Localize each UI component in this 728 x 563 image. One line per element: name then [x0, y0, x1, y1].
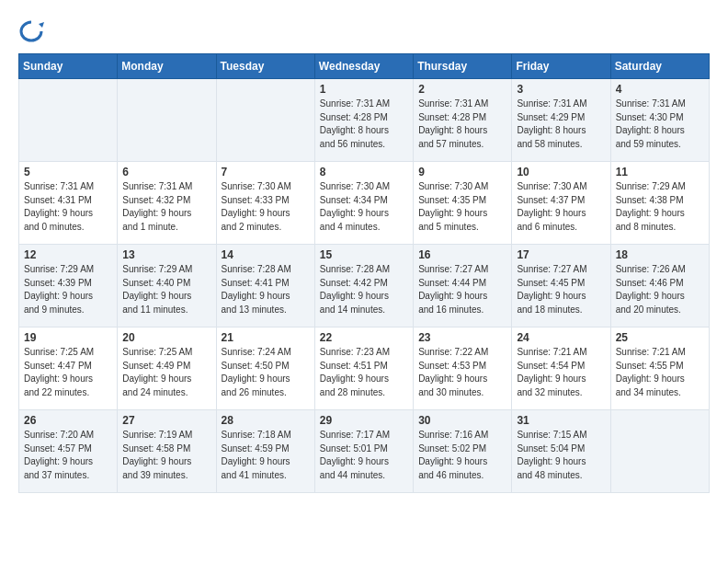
calendar-cell [19, 79, 118, 162]
day-number: 29 [320, 414, 408, 427]
day-info: Sunrise: 7:29 AM Sunset: 4:38 PM Dayligh… [616, 180, 704, 234]
day-info: Sunrise: 7:29 AM Sunset: 4:40 PM Dayligh… [122, 263, 210, 316]
day-info: Sunrise: 7:28 AM Sunset: 4:42 PM Dayligh… [320, 263, 408, 316]
calendar-week-row: 1Sunrise: 7:31 AM Sunset: 4:28 PM Daylig… [19, 79, 710, 162]
calendar-cell: 9Sunrise: 7:30 AM Sunset: 4:35 PM Daylig… [414, 162, 512, 245]
calendar-cell: 19Sunrise: 7:25 AM Sunset: 4:47 PM Dayli… [19, 327, 118, 410]
day-header-sunday: Sunday [19, 54, 118, 79]
day-number: 28 [222, 414, 310, 427]
day-number: 18 [616, 248, 704, 261]
day-info: Sunrise: 7:26 AM Sunset: 4:46 PM Dayligh… [616, 263, 704, 316]
calendar-week-row: 19Sunrise: 7:25 AM Sunset: 4:47 PM Dayli… [19, 327, 710, 410]
calendar-cell [610, 410, 709, 493]
day-info: Sunrise: 7:31 AM Sunset: 4:32 PM Dayligh… [122, 180, 210, 234]
day-number: 7 [222, 166, 310, 178]
day-number: 31 [517, 414, 605, 427]
day-number: 17 [517, 248, 605, 261]
calendar-cell: 16Sunrise: 7:27 AM Sunset: 4:44 PM Dayli… [414, 245, 512, 327]
calendar-cell: 28Sunrise: 7:18 AM Sunset: 4:59 PM Dayli… [216, 410, 314, 493]
day-number: 1 [320, 83, 408, 96]
calendar-cell: 18Sunrise: 7:26 AM Sunset: 4:46 PM Dayli… [610, 245, 709, 327]
calendar-cell: 6Sunrise: 7:31 AM Sunset: 4:32 PM Daylig… [118, 162, 216, 245]
day-number: 8 [320, 166, 408, 178]
day-number: 16 [418, 248, 506, 261]
calendar-cell: 21Sunrise: 7:24 AM Sunset: 4:50 PM Dayli… [216, 327, 314, 410]
day-info: Sunrise: 7:20 AM Sunset: 4:57 PM Dayligh… [24, 429, 112, 482]
day-info: Sunrise: 7:22 AM Sunset: 4:53 PM Dayligh… [418, 346, 506, 399]
calendar-week-row: 26Sunrise: 7:20 AM Sunset: 4:57 PM Dayli… [19, 410, 710, 493]
calendar-cell: 20Sunrise: 7:25 AM Sunset: 4:49 PM Dayli… [118, 327, 216, 410]
calendar-cell: 30Sunrise: 7:16 AM Sunset: 5:02 PM Dayli… [414, 410, 512, 493]
day-info: Sunrise: 7:31 AM Sunset: 4:31 PM Dayligh… [24, 180, 112, 234]
calendar-cell: 7Sunrise: 7:30 AM Sunset: 4:33 PM Daylig… [216, 162, 314, 245]
calendar-cell: 27Sunrise: 7:19 AM Sunset: 4:58 PM Dayli… [118, 410, 216, 493]
day-number: 6 [122, 166, 210, 178]
calendar-cell [216, 79, 314, 162]
day-number: 25 [616, 331, 704, 344]
calendar-cell: 26Sunrise: 7:20 AM Sunset: 4:57 PM Dayli… [19, 410, 118, 493]
day-number: 11 [616, 166, 704, 178]
calendar-cell: 29Sunrise: 7:17 AM Sunset: 5:01 PM Dayli… [314, 410, 413, 493]
day-info: Sunrise: 7:23 AM Sunset: 4:51 PM Dayligh… [320, 346, 408, 399]
day-info: Sunrise: 7:31 AM Sunset: 4:30 PM Dayligh… [616, 98, 704, 151]
day-number: 23 [418, 331, 506, 344]
day-info: Sunrise: 7:17 AM Sunset: 5:01 PM Dayligh… [320, 429, 408, 482]
day-info: Sunrise: 7:16 AM Sunset: 5:02 PM Dayligh… [418, 429, 506, 482]
day-info: Sunrise: 7:31 AM Sunset: 4:28 PM Dayligh… [418, 98, 506, 151]
logo-icon [18, 18, 44, 44]
day-header-wednesday: Wednesday [314, 54, 413, 79]
day-number: 20 [122, 331, 210, 344]
day-number: 22 [320, 331, 408, 344]
calendar-cell: 1Sunrise: 7:31 AM Sunset: 4:28 PM Daylig… [314, 79, 413, 162]
calendar-cell: 24Sunrise: 7:21 AM Sunset: 4:54 PM Dayli… [512, 327, 610, 410]
calendar-cell: 23Sunrise: 7:22 AM Sunset: 4:53 PM Dayli… [414, 327, 512, 410]
day-number: 24 [517, 331, 605, 344]
day-info: Sunrise: 7:24 AM Sunset: 4:50 PM Dayligh… [222, 346, 310, 399]
calendar-week-row: 12Sunrise: 7:29 AM Sunset: 4:39 PM Dayli… [19, 245, 710, 327]
calendar-cell: 13Sunrise: 7:29 AM Sunset: 4:40 PM Dayli… [118, 245, 216, 327]
day-number: 14 [222, 248, 310, 261]
day-number: 5 [24, 166, 112, 178]
day-info: Sunrise: 7:29 AM Sunset: 4:39 PM Dayligh… [24, 263, 112, 316]
day-header-monday: Monday [118, 54, 216, 79]
day-number: 21 [222, 331, 310, 344]
calendar-cell: 8Sunrise: 7:30 AM Sunset: 4:34 PM Daylig… [314, 162, 413, 245]
day-number: 2 [418, 83, 506, 96]
day-info: Sunrise: 7:30 AM Sunset: 4:33 PM Dayligh… [222, 180, 310, 234]
day-number: 10 [517, 166, 605, 178]
day-info: Sunrise: 7:15 AM Sunset: 5:04 PM Dayligh… [517, 429, 605, 482]
calendar-cell: 3Sunrise: 7:31 AM Sunset: 4:29 PM Daylig… [512, 79, 610, 162]
day-number: 15 [320, 248, 408, 261]
day-number: 26 [24, 414, 112, 427]
day-number: 9 [418, 166, 506, 178]
logo [18, 18, 48, 44]
day-header-friday: Friday [512, 54, 610, 79]
calendar-cell: 15Sunrise: 7:28 AM Sunset: 4:42 PM Dayli… [314, 245, 413, 327]
calendar-cell: 17Sunrise: 7:27 AM Sunset: 4:45 PM Dayli… [512, 245, 610, 327]
day-info: Sunrise: 7:30 AM Sunset: 4:34 PM Dayligh… [320, 180, 408, 234]
calendar-cell: 31Sunrise: 7:15 AM Sunset: 5:04 PM Dayli… [512, 410, 610, 493]
calendar-cell: 10Sunrise: 7:30 AM Sunset: 4:37 PM Dayli… [512, 162, 610, 245]
day-info: Sunrise: 7:31 AM Sunset: 4:29 PM Dayligh… [517, 98, 605, 151]
day-header-tuesday: Tuesday [216, 54, 314, 79]
day-number: 3 [517, 83, 605, 96]
day-number: 19 [24, 331, 112, 344]
day-info: Sunrise: 7:21 AM Sunset: 4:55 PM Dayligh… [616, 346, 704, 399]
calendar-cell: 2Sunrise: 7:31 AM Sunset: 4:28 PM Daylig… [414, 79, 512, 162]
calendar-cell: 11Sunrise: 7:29 AM Sunset: 4:38 PM Dayli… [610, 162, 709, 245]
day-info: Sunrise: 7:30 AM Sunset: 4:35 PM Dayligh… [418, 180, 506, 234]
calendar-cell: 25Sunrise: 7:21 AM Sunset: 4:55 PM Dayli… [610, 327, 709, 410]
calendar-cell: 22Sunrise: 7:23 AM Sunset: 4:51 PM Dayli… [314, 327, 413, 410]
calendar-cell: 14Sunrise: 7:28 AM Sunset: 4:41 PM Dayli… [216, 245, 314, 327]
day-info: Sunrise: 7:27 AM Sunset: 4:45 PM Dayligh… [517, 263, 605, 316]
day-info: Sunrise: 7:25 AM Sunset: 4:49 PM Dayligh… [122, 346, 210, 399]
calendar-table: SundayMondayTuesdayWednesdayThursdayFrid… [18, 53, 710, 493]
calendar-cell: 4Sunrise: 7:31 AM Sunset: 4:30 PM Daylig… [610, 79, 709, 162]
day-info: Sunrise: 7:30 AM Sunset: 4:37 PM Dayligh… [517, 180, 605, 234]
day-number: 12 [24, 248, 112, 261]
day-info: Sunrise: 7:31 AM Sunset: 4:28 PM Dayligh… [320, 98, 408, 151]
day-number: 30 [418, 414, 506, 427]
day-number: 4 [616, 83, 704, 96]
calendar-cell: 5Sunrise: 7:31 AM Sunset: 4:31 PM Daylig… [19, 162, 118, 245]
calendar-cell [118, 79, 216, 162]
